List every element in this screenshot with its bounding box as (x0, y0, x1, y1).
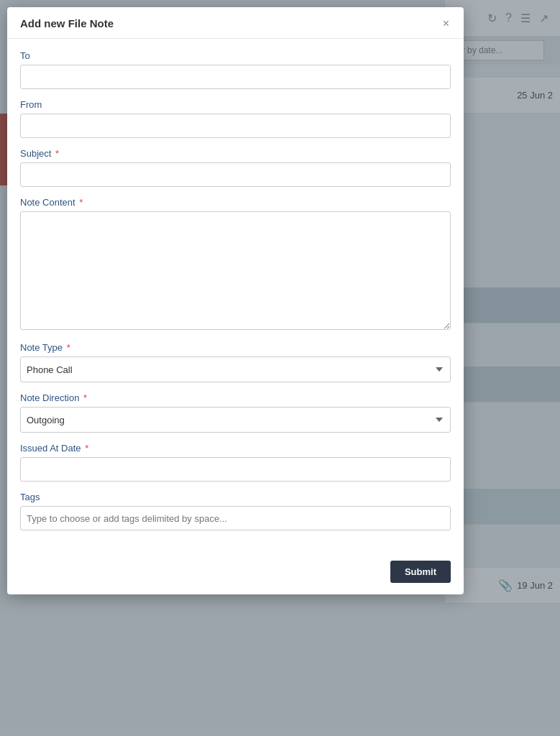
modal-title: Add new File Note (20, 17, 114, 29)
tags-input[interactable] (20, 506, 451, 530)
note-direction-required-marker: * (83, 392, 87, 403)
note-type-field-group: Note Type * Phone Call Email Meeting Let… (20, 342, 451, 382)
from-input[interactable] (20, 114, 451, 138)
close-button[interactable]: × (441, 18, 451, 29)
to-label: To (20, 50, 451, 61)
issued-at-date-input[interactable]: 25/06/2019 17:20 (20, 457, 451, 482)
subject-label: Subject * (20, 148, 451, 159)
from-field-group: From (20, 99, 451, 138)
note-type-label: Note Type * (20, 342, 451, 353)
note-type-select[interactable]: Phone Call Email Meeting Letter Other (20, 356, 451, 382)
submit-button[interactable]: Submit (390, 561, 451, 583)
modal-body: To From Subject * Note Content (7, 39, 464, 553)
to-field-group: To (20, 50, 451, 89)
issued-at-date-field-group: Issued At Date * 25/06/2019 17:20 (20, 443, 451, 482)
subject-field-group: Subject * (20, 148, 451, 187)
issued-at-date-label: Issued At Date * (20, 443, 451, 454)
subject-required-marker: * (55, 148, 59, 159)
note-type-required-marker: * (67, 342, 70, 353)
file-note-modal: Add new File Note × To From Subject * (7, 7, 464, 594)
to-input[interactable] (20, 65, 451, 89)
note-direction-label: Note Direction * (20, 392, 451, 403)
note-direction-field-group: Note Direction * Outgoing Incoming (20, 392, 451, 433)
modal-footer: Submit (7, 553, 464, 594)
modal-header: Add new File Note × (7, 7, 464, 39)
issued-at-date-required-marker: * (85, 443, 88, 454)
tags-label: Tags (20, 492, 451, 502)
note-content-field-group: Note Content * (20, 197, 451, 332)
subject-input[interactable] (20, 162, 451, 187)
tags-field-group: Tags (20, 492, 451, 530)
note-content-label: Note Content * (20, 197, 451, 208)
from-label: From (20, 99, 451, 110)
modal-overlay: Add new File Note × To From Subject * (0, 0, 560, 736)
note-content-required-marker: * (79, 197, 83, 208)
note-direction-select[interactable]: Outgoing Incoming (20, 407, 451, 433)
note-content-textarea[interactable] (20, 211, 451, 330)
